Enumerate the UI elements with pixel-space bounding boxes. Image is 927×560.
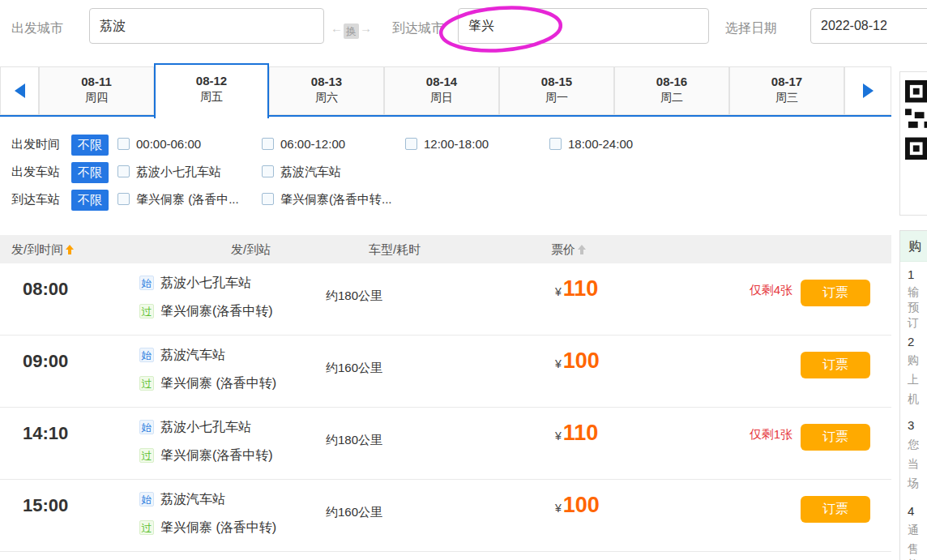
header-price[interactable]: 票价 <box>551 235 586 263</box>
notice-text-line: 订 <box>908 316 919 331</box>
date-input[interactable] <box>810 8 927 44</box>
departure-time: 08:00 <box>23 279 68 300</box>
tab-weekday: 周五 <box>156 90 267 105</box>
notice-text-line: 场 <box>908 477 919 491</box>
checkbox-icon[interactable] <box>549 138 562 150</box>
filter-label: 出发时间 <box>11 137 60 152</box>
filter-option-arrive-2[interactable]: 肇兴侗寨(洛香中转... <box>262 192 392 207</box>
swap-arrow-right: → <box>360 21 372 35</box>
filter-option-label: 18:00-24:00 <box>568 137 633 151</box>
notice-text-line: 输 <box>908 285 919 300</box>
currency-symbol: ¥ <box>555 502 562 515</box>
departure-time: 09:00 <box>23 351 68 372</box>
price-amount: 110 <box>563 421 599 445</box>
from-city-input[interactable] <box>89 8 324 44</box>
swap-cities-icon[interactable]: ←换→ <box>331 21 372 39</box>
via-station: 肇兴侗寨 (洛香中转) <box>160 376 276 390</box>
checkbox-icon[interactable] <box>405 138 417 150</box>
distance: 约180公里 <box>326 433 382 448</box>
trip-row-1500: 15:00 始荔波汽车站 过肇兴侗寨 (洛香中转) 约160公里 ¥100 订票 <box>0 480 891 552</box>
start-station: 荔波汽车站 <box>160 492 225 506</box>
via-station: 肇兴侗寨 (洛香中转) <box>160 520 276 534</box>
tab-weekday: 周二 <box>615 91 728 105</box>
filter-option-station-1[interactable]: 荔波小七孔车站 <box>117 165 221 180</box>
date-tab-0815[interactable]: 08-15 周一 <box>499 66 614 115</box>
start-station: 荔波小七孔车站 <box>160 420 251 434</box>
to-city-label: 到达城市 <box>392 19 444 37</box>
any-depart-station-button[interactable]: 不限 <box>71 162 109 183</box>
currency-symbol: ¥ <box>555 285 562 298</box>
start-badge: 始 <box>139 276 154 290</box>
tab-date: 08-17 <box>730 75 844 88</box>
filter-option-station-2[interactable]: 荔波汽车站 <box>262 165 341 180</box>
date-tab-0814[interactable]: 08-14 周日 <box>384 66 499 115</box>
notice-text-line: 机 <box>908 392 919 407</box>
swap-glyph: 换 <box>344 24 359 39</box>
via-badge: 过 <box>139 520 154 535</box>
tab-date: 08-11 <box>40 75 153 88</box>
checkbox-icon[interactable] <box>262 138 274 150</box>
tab-weekday: 周四 <box>40 91 153 105</box>
any-time-button[interactable]: 不限 <box>71 135 109 156</box>
checkbox-icon[interactable] <box>117 193 130 205</box>
notice-text-line: 上 <box>908 373 919 387</box>
notice-text-line: 当 <box>908 457 919 472</box>
book-ticket-button[interactable]: 订票 <box>801 424 870 451</box>
notice-text-line: 通 <box>908 524 919 538</box>
to-city-input[interactable] <box>458 8 709 44</box>
book-ticket-button[interactable]: 订票 <box>801 352 870 378</box>
tab-weekday: 周三 <box>730 91 844 105</box>
filter-option-time-3[interactable]: 12:00-18:00 <box>405 137 489 151</box>
filter-row-arrive-station: 到达车站 不限 肇兴侗寨 (洛香中... 肇兴侗寨(洛香中转... <box>0 190 891 211</box>
via-badge: 过 <box>139 376 154 391</box>
via-station: 肇兴侗寨(洛香中转) <box>160 304 273 318</box>
tab-underline <box>0 115 891 117</box>
header-time[interactable]: 发/到时间 <box>11 235 74 263</box>
tab-date: 08-15 <box>500 75 613 88</box>
price-amount: 100 <box>563 348 600 373</box>
notice-header: 购 <box>900 231 927 262</box>
seats-remaining: 仅剩4张 <box>750 283 792 298</box>
date-tab-0811[interactable]: 08-11 周四 <box>39 66 154 115</box>
notice-text-line: 购 <box>908 353 919 368</box>
checkbox-icon[interactable] <box>117 138 130 150</box>
sort-ascending-icon[interactable] <box>66 245 74 254</box>
start-badge: 始 <box>139 420 154 434</box>
notice-text-line: 您 <box>908 438 919 452</box>
date-tab-0813[interactable]: 08-13 周六 <box>269 66 384 115</box>
trip-row-1410: 14:10 始荔波小七孔车站 过肇兴侗寨(洛香中转) 约180公里 ¥110 仅… <box>0 408 891 480</box>
results-table-header: 发/到时间 发/到站 车型/耗时 票价 <box>0 235 891 263</box>
filter-option-time-4[interactable]: 18:00-24:00 <box>549 137 633 151</box>
checkbox-icon[interactable] <box>117 165 130 177</box>
price-amount: 100 <box>563 493 600 517</box>
price-amount: 110 <box>563 276 599 301</box>
via-station: 肇兴侗寨(洛香中转) <box>160 448 273 462</box>
any-arrive-station-button[interactable]: 不限 <box>71 190 109 211</box>
start-badge: 始 <box>139 348 154 362</box>
date-tab-0816[interactable]: 08-16 周二 <box>614 66 729 115</box>
chevron-right-icon <box>863 83 874 98</box>
header-time-label: 发/到时间 <box>11 242 63 256</box>
sort-icon[interactable] <box>578 245 586 254</box>
tab-date: 08-14 <box>385 75 498 88</box>
filter-option-time-2[interactable]: 06:00-12:00 <box>262 137 345 151</box>
filter-option-arrive-1[interactable]: 肇兴侗寨 (洛香中... <box>117 192 239 207</box>
next-dates-button[interactable] <box>844 66 891 115</box>
filter-label: 出发车站 <box>11 165 60 180</box>
header-price-label: 票价 <box>551 242 575 256</box>
departure-time: 14:10 <box>23 423 68 444</box>
date-tab-0817[interactable]: 08-17 周三 <box>729 66 844 115</box>
checkbox-icon[interactable] <box>262 193 274 205</box>
tab-date: 08-12 <box>156 74 267 88</box>
book-ticket-button[interactable]: 订票 <box>801 496 870 523</box>
checkbox-icon[interactable] <box>262 165 274 177</box>
filter-option-label: 肇兴侗寨(洛香中转... <box>280 192 392 206</box>
book-ticket-button[interactable]: 订票 <box>801 280 870 306</box>
filter-label: 到达车站 <box>11 192 60 207</box>
filter-option-time-1[interactable]: 00:00-06:00 <box>117 137 201 151</box>
start-station: 荔波小七孔车站 <box>160 276 251 289</box>
tab-weekday: 周六 <box>270 91 383 105</box>
date-tab-0812-active[interactable]: 08-12 周五 <box>154 63 269 118</box>
prev-dates-button[interactable] <box>0 66 39 115</box>
tab-weekday: 周日 <box>385 91 498 105</box>
